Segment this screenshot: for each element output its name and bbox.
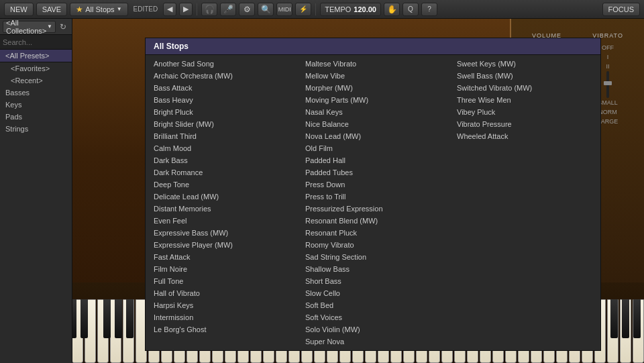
all-stops-button[interactable]: ★ All Stops ▼ <box>70 3 127 16</box>
dropdown-item[interactable]: Pressurized Expression <box>297 203 449 215</box>
gear-icon[interactable]: ⚙ <box>239 3 255 16</box>
sidebar-item-keys[interactable]: Keys <box>0 99 72 111</box>
dropdown-columns: Another Sad SongArchaic Orchestra (MW)Ba… <box>146 55 600 350</box>
dropdown-item[interactable]: Mellow Vibe <box>297 70 449 82</box>
instrument-area: All Stops Another Sad SongArchaic Orches… <box>72 19 644 363</box>
dropdown-item[interactable]: Archaic Orchestra (MW) <box>146 70 297 82</box>
new-button[interactable]: NEW <box>4 3 34 16</box>
vibrato-slider[interactable] <box>606 71 609 98</box>
dropdown-item[interactable]: Harpsi Keys <box>146 299 297 311</box>
headphone-icon[interactable]: 🎧 <box>201 3 217 16</box>
dropdown-item[interactable]: Another Sad Song <box>146 58 297 70</box>
hand-icon[interactable]: ✋ <box>384 3 400 16</box>
separator2 <box>315 3 316 15</box>
black-key[interactable] <box>622 299 629 338</box>
dropdown-col-3: Sweet Keys (MW)Swell Bass (MW)Switched V… <box>449 58 600 348</box>
dropdown-panel: All Stops Another Sad SongArchaic Orches… <box>145 38 601 351</box>
dropdown-item[interactable]: Old Film <box>297 142 449 154</box>
dropdown-item[interactable]: Full Tone <box>146 275 297 287</box>
black-key[interactable] <box>126 299 133 338</box>
dropdown-item[interactable]: Le Borg's Ghost <box>146 323 297 335</box>
dropdown-item[interactable]: Maltese Vibrato <box>297 58 449 70</box>
dropdown-item[interactable]: Switched Vibrato (MW) <box>449 82 600 94</box>
dropdown-item[interactable]: Soft Voices <box>297 311 449 323</box>
search-bar: ▶ <box>0 35 72 50</box>
dropdown-item[interactable]: Swell Bass (MW) <box>449 70 600 82</box>
dropdown-item[interactable]: Padded Hall <box>297 154 449 166</box>
dropdown-item[interactable]: Roomy Vibrato <box>297 239 449 251</box>
focus-button[interactable]: FOCUS <box>602 3 641 16</box>
black-key[interactable] <box>80 299 88 338</box>
dropdown-item[interactable]: Expressive Bass (MW) <box>146 227 297 239</box>
dropdown-item[interactable]: Sad String Section <box>297 251 449 263</box>
dropdown-item[interactable]: Shallow Bass <box>297 263 449 275</box>
mic-icon[interactable]: 🎤 <box>220 3 236 16</box>
q-button[interactable]: Q <box>402 3 419 16</box>
dropdown-item[interactable]: Bright Pluck <box>146 106 297 118</box>
sidebar-item-basses[interactable]: Basses <box>0 87 72 99</box>
sidebar-item-recent[interactable]: <Recent> <box>0 74 72 87</box>
dropdown-col-1: Another Sad SongArchaic Orchestra (MW)Ba… <box>146 58 297 348</box>
help-button[interactable]: ? <box>421 3 437 16</box>
black-key[interactable] <box>115 299 122 338</box>
save-button[interactable]: SAVE <box>36 3 68 16</box>
dropdown-item[interactable]: Even Feel <box>146 215 297 227</box>
dropdown-item[interactable]: Film Noire <box>146 263 297 275</box>
dropdown-item[interactable]: Delicate Lead (MW) <box>146 191 297 203</box>
dropdown-item[interactable]: Expressive Player (MW) <box>146 239 297 251</box>
sidebar-item-favorites[interactable]: <Favorites> <box>0 62 72 74</box>
dropdown-item[interactable]: Solo Violin (MW) <box>297 323 449 335</box>
collections-label: <All Collections> <box>6 19 47 35</box>
dropdown-item[interactable]: Vibey Pluck <box>449 106 600 118</box>
black-key[interactable] <box>72 299 76 338</box>
dropdown-item[interactable]: Resonant Pluck <box>297 227 449 239</box>
dropdown-item[interactable]: Hall of Vibrato <box>146 287 297 299</box>
dropdown-item[interactable]: Resonant Blend (MW) <box>297 215 449 227</box>
dropdown-item[interactable]: Brilliant Third <box>146 130 297 142</box>
dropdown-item[interactable]: Soft Bed <box>297 299 449 311</box>
dropdown-item[interactable]: Press to Trill <box>297 191 449 203</box>
dropdown-item[interactable]: Nova Lead (MW) <box>297 130 449 142</box>
main-area: <All Collections> ▼ ↻ ▶ <All Presets> <F… <box>0 19 644 363</box>
dropdown-item[interactable]: Dark Romance <box>146 166 297 178</box>
dropdown-item[interactable]: Morpher (MW) <box>297 82 449 94</box>
dropdown-item[interactable]: Wheeled Attack <box>449 130 600 142</box>
dropdown-item[interactable]: Bass Heavy <box>146 94 297 106</box>
dropdown-item[interactable]: Distant Memories <box>146 203 297 215</box>
dropdown-item[interactable]: Padded Tubes <box>297 166 449 178</box>
dropdown-header: All Stops <box>146 38 600 55</box>
midi-button[interactable]: MIDI <box>276 3 292 16</box>
sidebar-item-strings[interactable]: Strings <box>0 123 72 135</box>
dropdown-item[interactable]: Deep Tone <box>146 178 297 191</box>
black-key[interactable] <box>610 299 618 338</box>
dropdown-item[interactable]: Press Down <box>297 178 449 191</box>
sidebar-item-pads[interactable]: Pads <box>0 111 72 123</box>
dropdown-item[interactable]: Moving Parts (MW) <box>297 94 449 106</box>
back-button[interactable]: ◀ <box>163 3 176 16</box>
dropdown-item[interactable]: Nasal Keys <box>297 106 449 118</box>
dropdown-item[interactable]: Super Nova <box>297 335 449 348</box>
black-key[interactable] <box>633 299 641 338</box>
sidebar: <All Collections> ▼ ↻ ▶ <All Presets> <F… <box>0 19 72 363</box>
dropdown-item[interactable]: Fast Attack <box>146 251 297 263</box>
dropdown-item[interactable]: Nice Balance <box>297 118 449 130</box>
toolbar: NEW SAVE ★ All Stops ▼ EDITED ◀ ▶ 🎧 🎤 ⚙ … <box>0 0 644 19</box>
dropdown-item[interactable]: Vibrato Pressure <box>449 118 600 130</box>
dropdown-item[interactable]: Three Wise Men <box>449 94 600 106</box>
all-presets-header[interactable]: <All Presets> <box>0 50 72 62</box>
forward-button[interactable]: ▶ <box>179 3 193 16</box>
dropdown-item[interactable]: Short Bass <box>297 275 449 287</box>
dropdown-item[interactable]: Calm Mood <box>146 142 297 154</box>
black-key[interactable] <box>103 299 111 338</box>
signal-icon[interactable]: ⚡ <box>295 3 311 16</box>
collections-dropdown[interactable]: <All Collections> ▼ <box>3 21 56 33</box>
refresh-button[interactable]: ↻ <box>57 21 69 33</box>
dropdown-item[interactable]: Intermission <box>146 311 297 323</box>
tempo-value[interactable]: 120.00 <box>354 5 376 13</box>
search-icon[interactable]: 🔍 <box>258 3 274 16</box>
dropdown-item[interactable]: Bright Slider (MW) <box>146 118 297 130</box>
dropdown-item[interactable]: Sweet Keys (MW) <box>449 58 600 70</box>
dropdown-item[interactable]: Dark Bass <box>146 154 297 166</box>
dropdown-item[interactable]: Bass Attack <box>146 82 297 94</box>
dropdown-item[interactable]: Slow Cello <box>297 287 449 299</box>
